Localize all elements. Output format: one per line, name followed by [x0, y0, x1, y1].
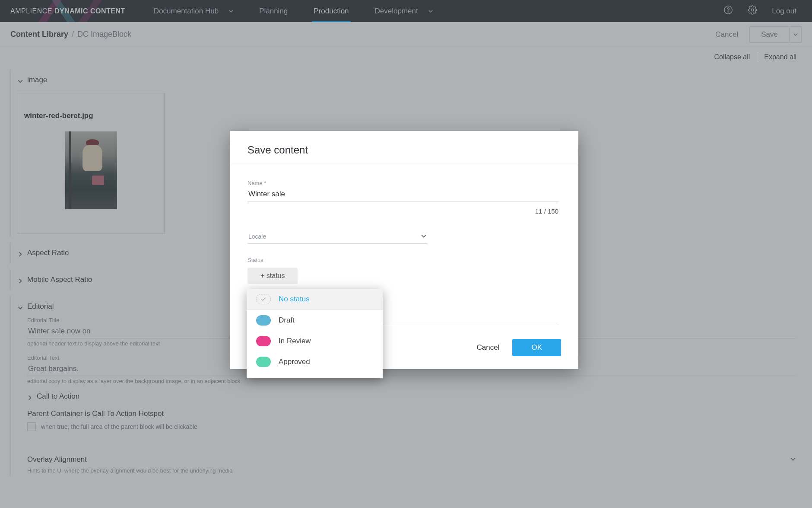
chevron-down-icon [421, 233, 426, 240]
modal-title: Save content [230, 131, 578, 165]
status-option-approved[interactable]: Approved [247, 351, 383, 372]
modal-cancel-button[interactable]: Cancel [477, 343, 500, 352]
status-label: Draft [279, 316, 295, 325]
modal-name-label: Name * [247, 180, 561, 186]
modal-name-input[interactable] [247, 187, 558, 201]
status-option-in-review[interactable]: In Review [247, 331, 383, 351]
modal-status-wrap: Status + status [247, 257, 561, 284]
modal-status-label: Status [247, 257, 561, 263]
status-pill-icon [256, 357, 271, 367]
status-dropdown-menu: No status Draft In Review Approved [247, 289, 383, 378]
status-option-draft[interactable]: Draft [247, 310, 383, 331]
status-label: Approved [279, 358, 310, 366]
status-label: No status [279, 295, 310, 304]
status-pill-icon [256, 315, 271, 326]
modal-name-count: 11 / 150 [247, 208, 558, 215]
status-option-none[interactable]: No status [247, 289, 383, 310]
modal-locale-label: Locale [248, 233, 266, 240]
modal-locale-select[interactable]: Locale [247, 230, 427, 244]
modal-status-chip[interactable]: + status [247, 268, 298, 284]
status-label: In Review [279, 337, 311, 345]
no-status-icon [256, 294, 271, 304]
modal-ok-button[interactable]: OK [512, 339, 561, 356]
status-pill-icon [256, 336, 271, 346]
